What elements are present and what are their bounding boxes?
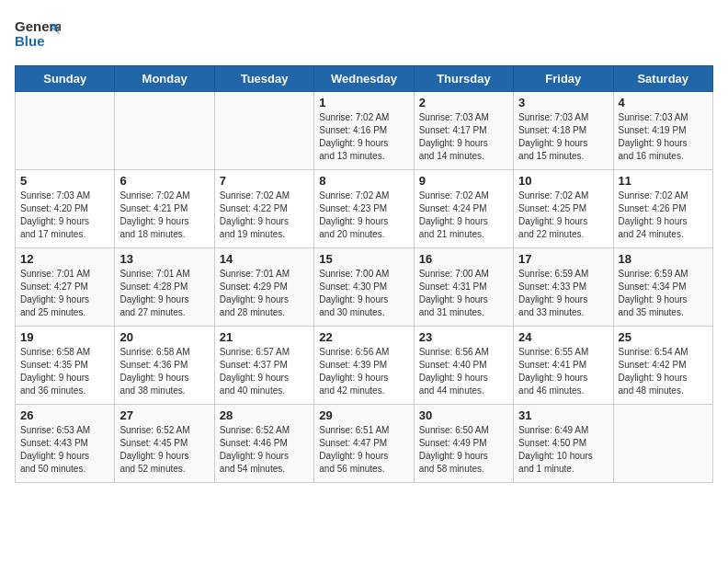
calendar-day-8: 8Sunrise: 7:02 AM Sunset: 4:23 PM Daylig… xyxy=(314,170,414,248)
calendar-day-2: 2Sunrise: 7:03 AM Sunset: 4:17 PM Daylig… xyxy=(414,92,513,170)
calendar-day-24: 24Sunrise: 6:55 AM Sunset: 4:41 PM Dayli… xyxy=(514,327,613,405)
logo-icon: General Blue xyxy=(15,15,61,56)
calendar-week-row: 19Sunrise: 6:58 AM Sunset: 4:35 PM Dayli… xyxy=(16,327,713,405)
day-info: Sunrise: 6:56 AM Sunset: 4:40 PM Dayligh… xyxy=(419,346,508,397)
page-header: General Blue xyxy=(15,15,713,56)
day-number: 31 xyxy=(518,408,608,422)
day-info: Sunrise: 7:03 AM Sunset: 4:19 PM Dayligh… xyxy=(619,111,708,163)
weekday-header-saturday: Saturday xyxy=(613,66,712,92)
day-number: 23 xyxy=(419,330,508,344)
day-info: Sunrise: 7:01 AM Sunset: 4:29 PM Dayligh… xyxy=(220,268,309,319)
calendar-day-18: 18Sunrise: 6:59 AM Sunset: 4:34 PM Dayli… xyxy=(613,248,712,327)
day-number: 8 xyxy=(319,174,408,188)
calendar-day-22: 22Sunrise: 6:56 AM Sunset: 4:39 PM Dayli… xyxy=(314,327,414,405)
calendar-week-row: 26Sunrise: 6:53 AM Sunset: 4:43 PM Dayli… xyxy=(16,405,713,483)
day-info: Sunrise: 6:54 AM Sunset: 4:42 PM Dayligh… xyxy=(619,346,708,397)
logo: General Blue xyxy=(15,15,61,56)
calendar-day-31: 31Sunrise: 6:49 AM Sunset: 4:50 PM Dayli… xyxy=(514,405,613,483)
day-number: 5 xyxy=(20,174,109,188)
day-info: Sunrise: 6:50 AM Sunset: 4:49 PM Dayligh… xyxy=(419,424,508,476)
day-info: Sunrise: 6:51 AM Sunset: 4:47 PM Dayligh… xyxy=(319,424,408,476)
calendar-day-16: 16Sunrise: 7:00 AM Sunset: 4:31 PM Dayli… xyxy=(414,248,513,327)
calendar-day-27: 27Sunrise: 6:52 AM Sunset: 4:45 PM Dayli… xyxy=(115,405,214,483)
day-number: 13 xyxy=(119,252,209,266)
day-number: 9 xyxy=(419,174,508,188)
day-info: Sunrise: 7:02 AM Sunset: 4:21 PM Dayligh… xyxy=(119,190,209,241)
calendar-day-1: 1Sunrise: 7:02 AM Sunset: 4:16 PM Daylig… xyxy=(314,92,414,170)
day-info: Sunrise: 6:59 AM Sunset: 4:33 PM Dayligh… xyxy=(518,268,608,319)
calendar-day-17: 17Sunrise: 6:59 AM Sunset: 4:33 PM Dayli… xyxy=(514,248,613,327)
day-info: Sunrise: 7:02 AM Sunset: 4:23 PM Dayligh… xyxy=(319,190,408,241)
day-info: Sunrise: 7:01 AM Sunset: 4:28 PM Dayligh… xyxy=(119,268,209,319)
calendar-day-3: 3Sunrise: 7:03 AM Sunset: 4:18 PM Daylig… xyxy=(514,92,613,170)
calendar-day-4: 4Sunrise: 7:03 AM Sunset: 4:19 PM Daylig… xyxy=(613,92,712,170)
day-info: Sunrise: 7:02 AM Sunset: 4:24 PM Dayligh… xyxy=(419,190,508,241)
day-info: Sunrise: 7:03 AM Sunset: 4:20 PM Dayligh… xyxy=(20,190,109,241)
calendar-day-30: 30Sunrise: 6:50 AM Sunset: 4:49 PM Dayli… xyxy=(414,405,513,483)
day-number: 22 xyxy=(319,330,408,344)
calendar-day-29: 29Sunrise: 6:51 AM Sunset: 4:47 PM Dayli… xyxy=(314,405,414,483)
weekday-header-wednesday: Wednesday xyxy=(314,66,414,92)
weekday-header-tuesday: Tuesday xyxy=(214,66,313,92)
calendar-day-12: 12Sunrise: 7:01 AM Sunset: 4:27 PM Dayli… xyxy=(16,248,115,327)
calendar-day-19: 19Sunrise: 6:58 AM Sunset: 4:35 PM Dayli… xyxy=(16,327,115,405)
calendar-week-row: 5Sunrise: 7:03 AM Sunset: 4:20 PM Daylig… xyxy=(16,170,713,248)
day-number: 12 xyxy=(20,252,109,266)
day-number: 2 xyxy=(419,96,508,109)
calendar-week-row: 12Sunrise: 7:01 AM Sunset: 4:27 PM Dayli… xyxy=(16,248,713,327)
day-number: 28 xyxy=(220,408,309,422)
day-info: Sunrise: 7:03 AM Sunset: 4:18 PM Dayligh… xyxy=(518,111,608,163)
day-number: 26 xyxy=(20,408,109,422)
calendar-day-6: 6Sunrise: 7:02 AM Sunset: 4:21 PM Daylig… xyxy=(115,170,214,248)
weekday-header-monday: Monday xyxy=(115,66,214,92)
day-number: 15 xyxy=(319,252,408,266)
day-info: Sunrise: 6:58 AM Sunset: 4:35 PM Dayligh… xyxy=(20,346,109,397)
day-info: Sunrise: 7:02 AM Sunset: 4:16 PM Dayligh… xyxy=(319,111,408,163)
day-number: 24 xyxy=(518,330,608,344)
day-number: 14 xyxy=(220,252,309,266)
calendar-day-26: 26Sunrise: 6:53 AM Sunset: 4:43 PM Dayli… xyxy=(16,405,115,483)
calendar-day-empty xyxy=(115,92,214,170)
day-number: 29 xyxy=(319,408,408,422)
day-info: Sunrise: 7:00 AM Sunset: 4:31 PM Dayligh… xyxy=(419,268,508,319)
calendar-day-empty xyxy=(16,92,115,170)
weekday-header-thursday: Thursday xyxy=(414,66,513,92)
calendar-day-5: 5Sunrise: 7:03 AM Sunset: 4:20 PM Daylig… xyxy=(16,170,115,248)
day-number: 3 xyxy=(518,96,608,109)
day-info: Sunrise: 6:49 AM Sunset: 4:50 PM Dayligh… xyxy=(518,424,608,476)
day-number: 30 xyxy=(419,408,508,422)
calendar-day-28: 28Sunrise: 6:52 AM Sunset: 4:46 PM Dayli… xyxy=(214,405,313,483)
day-number: 16 xyxy=(419,252,508,266)
calendar-day-empty xyxy=(613,405,712,483)
calendar-day-10: 10Sunrise: 7:02 AM Sunset: 4:25 PM Dayli… xyxy=(514,170,613,248)
weekday-header-friday: Friday xyxy=(514,66,613,92)
day-info: Sunrise: 7:02 AM Sunset: 4:22 PM Dayligh… xyxy=(220,190,309,241)
day-number: 25 xyxy=(619,330,708,344)
day-number: 6 xyxy=(119,174,209,188)
day-info: Sunrise: 6:52 AM Sunset: 4:46 PM Dayligh… xyxy=(220,424,309,476)
day-number: 19 xyxy=(20,330,109,344)
calendar-week-row: 1Sunrise: 7:02 AM Sunset: 4:16 PM Daylig… xyxy=(16,92,713,170)
calendar-day-20: 20Sunrise: 6:58 AM Sunset: 4:36 PM Dayli… xyxy=(115,327,214,405)
day-info: Sunrise: 6:52 AM Sunset: 4:45 PM Dayligh… xyxy=(119,424,209,476)
day-number: 11 xyxy=(619,174,708,188)
day-number: 27 xyxy=(119,408,209,422)
day-info: Sunrise: 6:55 AM Sunset: 4:41 PM Dayligh… xyxy=(518,346,608,397)
day-info: Sunrise: 7:01 AM Sunset: 4:27 PM Dayligh… xyxy=(20,268,109,319)
svg-text:Blue: Blue xyxy=(15,33,45,49)
calendar-day-11: 11Sunrise: 7:02 AM Sunset: 4:26 PM Dayli… xyxy=(613,170,712,248)
day-info: Sunrise: 6:57 AM Sunset: 4:37 PM Dayligh… xyxy=(220,346,309,397)
calendar-day-21: 21Sunrise: 6:57 AM Sunset: 4:37 PM Dayli… xyxy=(214,327,313,405)
day-info: Sunrise: 6:59 AM Sunset: 4:34 PM Dayligh… xyxy=(619,268,708,319)
day-info: Sunrise: 7:02 AM Sunset: 4:25 PM Dayligh… xyxy=(518,190,608,241)
day-number: 21 xyxy=(220,330,309,344)
calendar-day-13: 13Sunrise: 7:01 AM Sunset: 4:28 PM Dayli… xyxy=(115,248,214,327)
calendar-table: SundayMondayTuesdayWednesdayThursdayFrid… xyxy=(15,65,713,483)
calendar-day-empty xyxy=(214,92,313,170)
calendar-day-23: 23Sunrise: 6:56 AM Sunset: 4:40 PM Dayli… xyxy=(414,327,513,405)
weekday-header-sunday: Sunday xyxy=(16,66,115,92)
calendar-day-15: 15Sunrise: 7:00 AM Sunset: 4:30 PM Dayli… xyxy=(314,248,414,327)
day-info: Sunrise: 6:56 AM Sunset: 4:39 PM Dayligh… xyxy=(319,346,408,397)
day-number: 4 xyxy=(619,96,708,109)
calendar-day-9: 9Sunrise: 7:02 AM Sunset: 4:24 PM Daylig… xyxy=(414,170,513,248)
